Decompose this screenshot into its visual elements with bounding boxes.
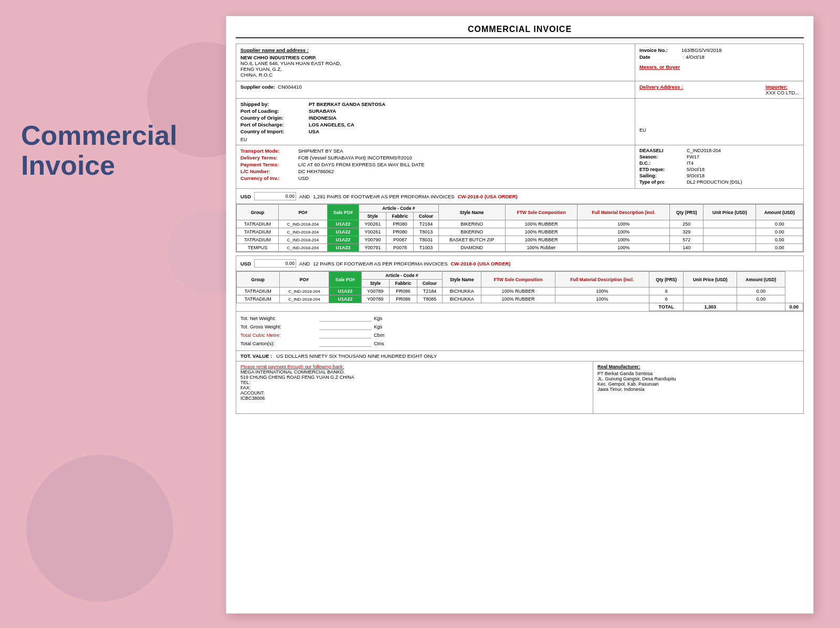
invoice-no-label: Invoice No.: [639, 47, 681, 53]
shipped-section: Shipped by: PT BKERKAT GANDA SENTOSA Por… [236, 99, 804, 145]
bank-name: MEGA INTERNATIONAL COMMERCIAL BANKD. [240, 369, 589, 375]
table-row: TATRADIUM C_IND-2018-204 U1A22 Y00261 PR… [237, 228, 803, 236]
invoice-document: COMMERCIAL INVOICE Supplier name and add… [226, 16, 814, 614]
summary1-amount-input[interactable] [254, 192, 296, 200]
payment-terms-label: Payment Terms: [240, 162, 298, 167]
th2-qty: Qty (PRS) [649, 272, 683, 288]
supplier-company: NEW CHHO INDUSTRIES CORP. [240, 55, 631, 60]
gross-weight-input[interactable] [319, 323, 372, 330]
delivery-importer-block: Delivery Address : Importer: XXX CO LTD.… [635, 81, 803, 98]
season-value: FW17 [687, 154, 699, 159]
country-origin-value: INDONESIA [309, 115, 337, 121]
summary1-currency: USD [240, 194, 251, 199]
table-row: TATRADIUM C_IND-2018-204 U1A22 Y00789 PR… [237, 295, 803, 303]
deasel-label: DEAASELI [639, 148, 687, 153]
th2-unit-price: Unit Price (USD) [684, 272, 737, 288]
th-ftw-sole: FTW Sole Composition [505, 205, 578, 220]
bg-circle-2 [26, 455, 173, 602]
summary1-pairs: 1,291 PAIRS OF FOOTWEAR AS PER PROFORMA … [313, 194, 455, 199]
table-row: TATRADIUM C_IND-2018-204 U1A22 Y00261 PR… [237, 220, 803, 228]
real-mfr-label: Real Manufacturer: [597, 364, 799, 369]
th2-ftw-sole: FTW Sole Composition [481, 272, 555, 288]
lc-number-value: DC HKH786062 [298, 168, 334, 174]
transport-mode-value: SHIPMENT BY SEA [298, 148, 343, 154]
real-mfr-address2: Kec. Gempol, Kab. Pasuruan [597, 381, 799, 387]
th-fabbric: Fabbric [386, 212, 414, 220]
table-row: TEMPUS C_IND-2018-204 U1A22 Y00791 P0078… [237, 244, 803, 252]
cubic-metre-input[interactable] [319, 331, 372, 338]
payment-terms-value: L/C AT 60 DAYS FROM EXPRESS SEA WAY BILL… [298, 162, 425, 167]
th-article-code: Article - Code # [359, 205, 438, 212]
invoice-info-block: Invoice No.: 163/BGS/VII/2018 Date : 4/O… [635, 44, 803, 81]
supplier-address1: NO.6, LANE 646, YUAN HUAN EAST ROAD, [240, 60, 631, 66]
bank-address: 519 CHUNG CHENG ROAD FENG YUAN G.Z CHINA [240, 375, 589, 380]
country-origin-label: Country of Origin: [240, 115, 309, 121]
page-title: Commercial Invoice [21, 121, 220, 180]
sailing-value: 9/Oct/18 [687, 173, 705, 178]
transport-right: DEAASELI C_IND2018-204 Season: FW17 D.C.… [635, 145, 803, 188]
th2-fabbric: Fabbric [389, 280, 417, 288]
th-unit-price: Unit Price (USD) [704, 205, 756, 220]
total-value-section: TOT. VALUE : US DOLLARS NINETY SIX THOUS… [236, 351, 804, 361]
currency-label: Currency of Inv.: [240, 175, 298, 181]
date-value: 4/Oct/18 [686, 54, 705, 60]
date-label: Date [639, 54, 681, 60]
summary2-currency: USD [240, 261, 251, 267]
real-mfr-address3: Jawa Timur, Indonesia [597, 387, 799, 392]
cartons-unit: Ctns [374, 340, 384, 346]
messrs-label: Messrs. or Buyer [639, 64, 799, 70]
tot-value-value: US DOLLARS NINETY SIX THOUSAND NINE HUND… [276, 353, 437, 359]
supplier-address3: CHINA, R.O.C [240, 72, 631, 78]
shipped-by-label: Shipped by: [240, 101, 309, 107]
eu-right: EU [639, 127, 646, 142]
gross-weight-label: Tot. Gross Weight: [240, 324, 319, 329]
port-loading-label: Port of Loading: [240, 108, 309, 114]
type-value: DL2 PRODUCTION (DSL) [687, 179, 742, 185]
total-label: TOTAL [649, 303, 683, 311]
real-mfr-address1: JL. Gunung Gangsir, Desa Randupitu [597, 376, 799, 381]
th-colour: Colour [414, 212, 438, 220]
bank-please-remit: Please remit payment through our followi… [240, 364, 589, 369]
supplier-code-value: CN004410 [278, 84, 301, 90]
deasel-value: C_IND2018-204 [687, 148, 721, 153]
th2-style: Style [361, 280, 389, 288]
header-section: Supplier name and address : NEW CHHO IND… [236, 44, 804, 81]
summary2-order-ref: CW-2018-0 (USA ORDER) [451, 261, 511, 267]
th-qty: Qty (PRS) [670, 205, 704, 220]
supplier-code-block: Supplier code: CN004410 [236, 81, 635, 98]
net-weight-unit: Kgs [374, 315, 382, 321]
table-row: TATRADIUM C_IND-2018-204 U1A22 Y00789 PR… [237, 288, 803, 295]
table1-wrapper: Group PO# Sale PO# Article - Code # Styl… [236, 204, 804, 252]
th2-sale-po: Sale PO# [329, 272, 361, 288]
table-row: TATRADIUM C_IND-2018-204 U1A22 Y00790 P0… [237, 236, 803, 244]
port-discharge-value: LOS ANGELES, CA [309, 122, 354, 127]
gross-weight-unit: Kgs [374, 324, 382, 329]
delivery-terms-label: Delivery Terms: [240, 155, 298, 161]
second-row: Supplier code: CN004410 Delivery Address… [236, 81, 804, 99]
total-amount: 0.00 [785, 303, 803, 311]
shipped-right: EU [635, 99, 803, 145]
port-loading-value: SURABAYA [309, 108, 336, 114]
shipped-left: Shipped by: PT BKERKAT GANDA SENTOSA Por… [236, 99, 635, 145]
importer-value: XXX CO LTD... [765, 90, 799, 95]
supplier-code-label: Supplier code: [240, 84, 275, 90]
th2-full-material: Full Material Description (incl. [555, 272, 649, 288]
date-colon: : [681, 54, 686, 60]
country-import-label: Country of Import: [240, 129, 309, 134]
real-mfr-block: Real Manufacturer: PT Berkat Ganda Sento… [593, 361, 803, 413]
th2-style-name: Style Name [443, 272, 481, 288]
summary-line-1: USD AND 1,291 PAIRS OF FOOTWEAR AS PER P… [236, 189, 804, 204]
net-weight-label: Tot. Net Weight: [240, 315, 319, 321]
delivery-label: Delivery Address : [639, 84, 683, 95]
title-line2: Invoice [21, 150, 115, 180]
transport-section: Transport Mode: SHIPMENT BY SEA Delivery… [236, 145, 804, 189]
summary2-amount-input[interactable] [254, 259, 296, 268]
th-group: Group [237, 205, 279, 220]
supplier-label: Supplier name and address : [240, 47, 631, 53]
sailing-label: Sailing: [639, 173, 687, 178]
transport-mode-label: Transport Mode: [240, 148, 298, 154]
net-weight-input[interactable] [319, 314, 372, 322]
cartons-input[interactable] [319, 339, 372, 347]
invoice-table-2: Group PO# Sale PO# Article - Code # Styl… [236, 271, 803, 311]
th-amount: Amount (USD) [756, 205, 803, 220]
